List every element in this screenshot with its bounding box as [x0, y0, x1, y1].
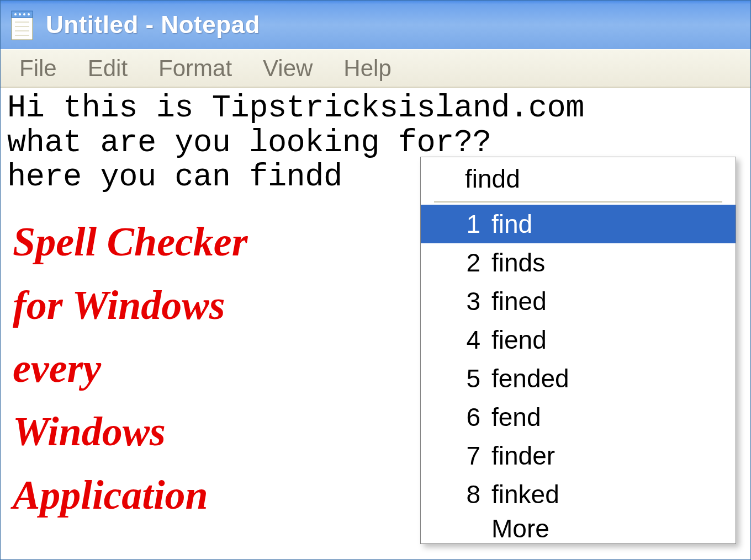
menu-format[interactable]: Format [145, 53, 245, 84]
menu-view[interactable]: View [250, 53, 326, 84]
spell-suggestion-num: 5 [455, 364, 480, 393]
editor-line-2: what are you looking for?? [7, 125, 491, 161]
spell-suggestion-num: 8 [455, 479, 480, 509]
spell-suggestion-word: finder [491, 441, 555, 471]
notepad-window: Untitled - Notepad File Edit Format View… [0, 0, 751, 560]
spell-suggestion-num: 1 [455, 209, 480, 239]
spell-suggestion-num: 7 [455, 441, 480, 471]
spellcheck-popup: findd 1 find 2 finds 3 fined 4 fiend [420, 157, 736, 544]
spell-suggestion[interactable]: 2 finds [421, 243, 736, 282]
spell-suggestion[interactable]: 1 find [421, 205, 736, 243]
menu-help[interactable]: Help [330, 53, 404, 84]
spellcheck-query: findd [434, 161, 722, 202]
spell-suggestion-num: 2 [455, 248, 480, 278]
spell-suggestion-word: fiend [491, 325, 547, 355]
editor-line-3: here you can findd [7, 159, 342, 195]
svg-point-2 [14, 13, 17, 15]
spellcheck-list: 1 find 2 finds 3 fined 4 fiend 5 fende [421, 205, 736, 543]
spell-suggestion-word: finked [491, 479, 559, 509]
editor-line-1: Hi this is Tipstricksisland.com [7, 90, 584, 126]
spell-suggestion[interactable]: 7 finder [421, 436, 736, 475]
spell-suggestion[interactable]: 3 fined [421, 282, 736, 321]
spell-suggestion-word: fend [491, 402, 541, 432]
spell-suggestion-word: find [491, 209, 532, 239]
spell-suggestion-num: 3 [455, 286, 480, 316]
spell-suggestion[interactable]: 5 fended [421, 359, 736, 398]
spell-suggestion-num: 6 [455, 402, 480, 432]
notepad-icon [8, 9, 36, 41]
menu-edit[interactable]: Edit [75, 53, 141, 84]
spell-suggestion[interactable]: 8 finked [421, 475, 736, 514]
spell-suggestion[interactable]: 6 fend [421, 398, 736, 436]
spell-suggestion-word: fined [491, 286, 547, 316]
spell-suggestion[interactable]: 4 fiend [421, 321, 736, 359]
menu-file[interactable]: File [6, 53, 70, 84]
spell-suggestion-word: finds [491, 248, 545, 278]
window-title: Untitled - Notepad [46, 11, 260, 39]
svg-point-3 [19, 13, 21, 15]
overlay-caption: Spell Checker for Windows every Windows … [13, 210, 247, 526]
spell-suggestion-num: 4 [455, 325, 480, 355]
menubar: File Edit Format View Help [1, 49, 750, 88]
svg-point-4 [23, 13, 25, 15]
spell-more[interactable]: More [421, 514, 736, 543]
svg-point-5 [28, 13, 30, 15]
editor-area[interactable]: Hi this is Tipstricksisland.com what are… [1, 88, 750, 559]
titlebar[interactable]: Untitled - Notepad [1, 1, 750, 49]
svg-rect-0 [12, 14, 33, 40]
spell-suggestion-word: fended [491, 364, 569, 393]
